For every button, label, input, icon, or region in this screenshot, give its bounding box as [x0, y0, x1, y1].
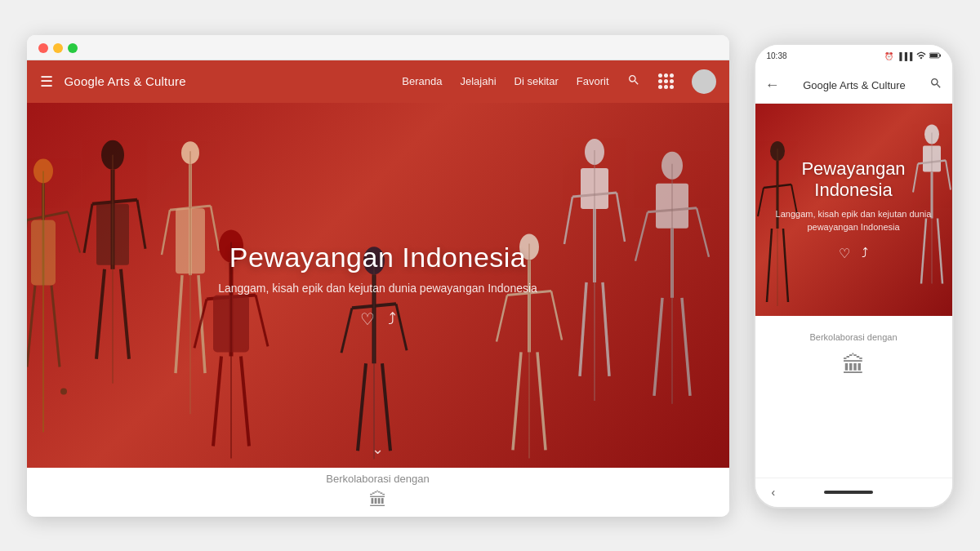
- phone-status-bar: 10:38 ⏰ ▐▐▐: [755, 45, 952, 68]
- nav-link-beranda[interactable]: Beranda: [402, 75, 442, 87]
- nav-link-jelajahi[interactable]: Jelajahi: [460, 75, 496, 87]
- svg-line-5: [27, 285, 35, 367]
- phone-collaboration-icon: 🏛: [842, 352, 865, 379]
- apps-grid-icon[interactable]: [658, 73, 674, 89]
- status-indicators: ⏰ ▐▐▐: [884, 51, 940, 61]
- phone-hero-text: Pewayangan Indonesia Langgam, kisah epik…: [755, 158, 952, 261]
- svg-line-68: [551, 291, 562, 340]
- collaboration-section: Berkolaborasi dengan 🏛: [27, 468, 729, 517]
- search-icon[interactable]: [627, 73, 640, 90]
- svg-line-52: [213, 356, 221, 446]
- maximize-button[interactable]: [68, 43, 78, 53]
- phone-collaboration-label: Berkolaborasi dengan: [809, 332, 897, 342]
- svg-line-16: [96, 269, 105, 358]
- phone-like-icon[interactable]: ♡: [839, 246, 850, 261]
- phone-bottom-bar: ‹: [755, 478, 952, 507]
- nav-link-disekitar[interactable]: Di sekitar: [514, 75, 559, 87]
- scroll-down-arrow[interactable]: ⌄: [372, 440, 384, 458]
- svg-line-62: [382, 363, 390, 451]
- hero-actions: ♡ ⤴: [218, 309, 537, 329]
- close-button[interactable]: [38, 43, 48, 53]
- nav-link-favorit[interactable]: Favorit: [577, 75, 609, 87]
- share-icon[interactable]: ⤴: [388, 309, 396, 329]
- svg-line-13: [92, 199, 137, 203]
- like-icon[interactable]: ♡: [360, 309, 375, 329]
- mobile-phone: 10:38 ⏰ ▐▐▐ ← Google Arts & Culture: [754, 43, 954, 509]
- browser-chrome: [27, 35, 729, 60]
- nav-links: Beranda Jelajahi Di sekitar Favorit: [402, 69, 715, 94]
- svg-line-42: [635, 211, 648, 260]
- phone-hero-actions: ♡ ⤴: [768, 246, 939, 261]
- phone-back-btn[interactable]: ‹: [772, 486, 776, 499]
- signal-bars-icon: ▐▐▐: [897, 52, 912, 60]
- svg-line-53: [241, 356, 249, 446]
- svg-line-44: [654, 297, 662, 395]
- collaboration-icon: 🏛: [369, 490, 387, 511]
- svg-line-34: [617, 192, 625, 241]
- svg-line-2: [27, 211, 68, 220]
- wifi-icon: [916, 51, 926, 61]
- svg-point-9: [60, 388, 67, 394]
- svg-rect-74: [939, 54, 940, 56]
- svg-line-69: [513, 352, 521, 450]
- phone-time: 10:38: [767, 51, 787, 60]
- svg-line-36: [603, 282, 609, 375]
- svg-line-45: [682, 297, 690, 395]
- svg-line-61: [358, 363, 366, 451]
- wayang-figure-left-2: [76, 119, 149, 411]
- phone-navbar: ← Google Arts & Culture: [755, 68, 952, 104]
- wayang-figure-right-1: [558, 115, 631, 425]
- back-icon[interactable]: ←: [765, 77, 780, 94]
- desktop-hero: Pewayangan Indonesia Langgam, kisah epik…: [27, 103, 729, 468]
- svg-line-6: [51, 285, 60, 367]
- phone-search-icon[interactable]: [929, 77, 942, 93]
- svg-line-35: [580, 282, 586, 375]
- wayang-figure-right-2: [631, 127, 713, 420]
- browser-body: ☰ Google Arts & Culture Beranda Jelajahi…: [27, 60, 729, 517]
- svg-line-70: [537, 352, 546, 450]
- phone-hero: Pewayangan Indonesia Langgam, kisah epik…: [755, 104, 952, 316]
- browser-traffic-lights: [38, 43, 78, 53]
- hero-subtitle: Langgam, kisah epik dan kejutan dunia pe…: [218, 282, 537, 295]
- phone-hero-subtitle: Langgam, kisah epik dan kejutan dunia pe…: [768, 207, 939, 234]
- minimize-button[interactable]: [53, 43, 63, 53]
- svg-rect-73: [929, 53, 937, 56]
- svg-line-15: [137, 199, 145, 248]
- collaboration-label: Berkolaborasi dengan: [326, 473, 429, 485]
- hero-text-block: Pewayangan Indonesia Langgam, kisah epik…: [218, 242, 537, 329]
- desktop-logo[interactable]: Google Arts & Culture: [65, 74, 186, 88]
- desktop-navbar: ☰ Google Arts & Culture Beranda Jelajahi…: [27, 60, 729, 103]
- phone-hero-title: Pewayangan Indonesia: [768, 158, 939, 201]
- svg-line-14: [84, 203, 92, 252]
- phone-home-indicator[interactable]: [824, 491, 873, 494]
- desktop-browser: ☰ Google Arts & Culture Beranda Jelajahi…: [27, 35, 729, 517]
- svg-line-23: [162, 210, 170, 255]
- svg-line-25: [176, 275, 182, 373]
- phone-logo: Google Arts & Culture: [788, 79, 921, 91]
- hero-title: Pewayangan Indonesia: [218, 242, 537, 273]
- phone-share-icon[interactable]: ⤴: [862, 246, 868, 261]
- alarm-icon: ⏰: [884, 52, 893, 60]
- hamburger-menu-icon[interactable]: ☰: [40, 73, 53, 91]
- user-avatar[interactable]: [692, 69, 716, 94]
- battery-icon: [929, 51, 941, 61]
- svg-line-17: [121, 269, 129, 358]
- svg-line-50: [194, 299, 207, 348]
- phone-collaboration-section: Berkolaborasi dengan 🏛: [755, 316, 952, 478]
- svg-line-43: [697, 207, 709, 256]
